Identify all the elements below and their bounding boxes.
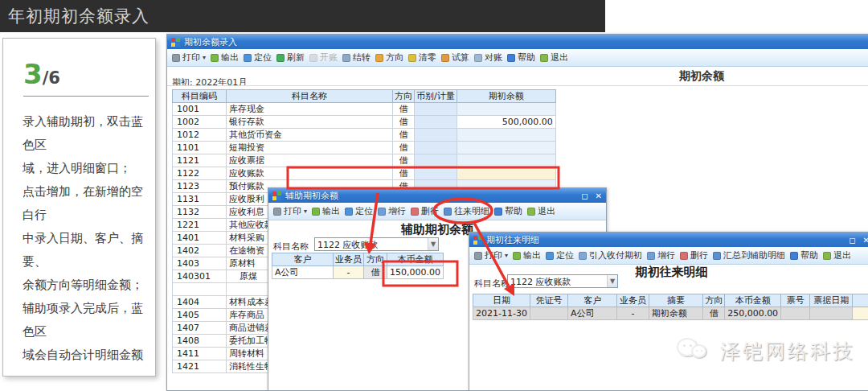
cell-currency-measure[interactable]	[415, 103, 457, 116]
toolbar-detail: 打印▾输出定位引入收付期初增行删行汇总到辅助明细帮助退出	[469, 247, 868, 265]
toolbar-label: 输出	[523, 249, 541, 261]
toolbar-label: 增行	[388, 205, 406, 217]
cell-subject-code: 1132	[173, 206, 227, 219]
toolbar-exit[interactable]: 退出	[821, 248, 854, 263]
toolbar-trial-balance[interactable]: 试算	[439, 50, 472, 65]
maximize-button[interactable]: ◻	[849, 236, 855, 245]
toolbar-label: 增行	[657, 249, 675, 261]
cell-opening-balance[interactable]	[457, 103, 555, 116]
toolbar-locate[interactable]: 定位	[543, 248, 576, 263]
cell-subject-code: 1002	[173, 116, 227, 129]
help-icon	[790, 252, 798, 260]
toolbar-label: 定位	[556, 249, 574, 261]
instructions: 录入辅助期初，双击蓝色区域，进入明细窗口；点击增加，在新增的空白行中录入日期、客…	[23, 110, 150, 367]
toolbar-reconcile[interactable]: 对账	[472, 50, 505, 65]
transaction-detail-icon	[444, 208, 452, 216]
export-icon	[211, 54, 219, 62]
table-row[interactable]: 2021-11-30A公司-期初余额借250,000.00	[473, 307, 868, 320]
table-row[interactable]: 1001库存现金借	[173, 103, 556, 116]
toolbar-delete-row[interactable]: 删行	[678, 248, 710, 263]
instruction-line: 余额方向等明细金额；	[23, 274, 150, 297]
toolbar-transaction-detail[interactable]: 往来明细	[441, 204, 492, 219]
dropdown-caret-icon: ▾	[203, 54, 206, 61]
column-header: 方向	[364, 253, 387, 266]
instruction-line: 中录入日期、客户、摘要、	[23, 227, 150, 274]
toolbar-exit[interactable]: 退出	[538, 50, 571, 65]
step-total: /6	[43, 68, 60, 88]
toolbar-carry-forward[interactable]: 结转	[340, 50, 373, 65]
toolbar-export[interactable]: 输出	[208, 50, 241, 65]
cell-subject-code: 1403	[173, 257, 227, 270]
maximize-button[interactable]: ◻	[581, 191, 588, 200]
column-header: 客户	[272, 253, 334, 266]
reconcile-icon	[474, 54, 482, 62]
titlebar-assist[interactable]: 辅助期初余额 ◻✕	[268, 188, 606, 203]
locate-icon	[244, 54, 252, 62]
cell-opening-balance[interactable]	[457, 129, 555, 142]
instruction-line: 辅助项录入完成后，蓝色区	[23, 297, 150, 344]
toolbar-add-row[interactable]: 增行	[645, 248, 678, 263]
cell-bill-no	[781, 307, 810, 320]
close-button[interactable]: ✕	[863, 236, 868, 245]
cell-opening-balance[interactable]	[457, 167, 555, 180]
cell-direction: 借	[393, 129, 415, 142]
table-row[interactable]: 1012其他货币资金借	[173, 129, 556, 142]
cell-amount[interactable]: 150,000.00	[387, 266, 444, 279]
cell-direction: 借	[393, 167, 415, 180]
cell-currency-measure[interactable]	[415, 116, 457, 129]
toolbar-delete-row[interactable]: 删行	[408, 204, 441, 219]
banner-title: 年初期初余额录入	[0, 0, 605, 32]
toolbar-import-opening[interactable]: 引入收付期初	[576, 248, 645, 263]
cell-subject-name: 应收账款	[227, 167, 393, 180]
cell-currency-measure[interactable]	[415, 154, 457, 167]
toolbar-export[interactable]: 输出	[510, 248, 543, 263]
toolbar-clear-zero[interactable]: 清零	[406, 50, 439, 65]
chevron-down-icon[interactable]: ▼	[607, 275, 617, 287]
step-current: 3	[23, 58, 43, 90]
toolbar-print[interactable]: 打印▾	[170, 50, 208, 65]
window-controls: ◻✕	[849, 236, 868, 245]
cell-currency-measure[interactable]	[415, 129, 457, 142]
table-row[interactable]: A公司-借150,000.00	[272, 266, 444, 279]
table-row[interactable]: 1122应收账款借	[173, 167, 556, 180]
toolbar-export[interactable]: 输出	[309, 204, 342, 219]
subject-select[interactable]: 1122 应收账款 ▼	[507, 274, 618, 288]
toolbar-locate[interactable]: 定位	[342, 204, 375, 219]
cell-subject-code: 1221	[173, 219, 227, 232]
toolbar-exit[interactable]: 退出	[525, 204, 558, 219]
toolbar-summarize-to-assist[interactable]: 汇总到辅助明细	[710, 248, 788, 263]
toolbar-label: 往来明细	[454, 205, 489, 217]
toolbar-refresh[interactable]: 刷新	[274, 50, 307, 65]
cell-subject-code: 1421	[173, 360, 227, 373]
toolbar-print[interactable]: 打印▾	[472, 248, 510, 263]
period-label: 期初: 2022年01月	[172, 76, 247, 88]
cell-opening-balance[interactable]	[457, 154, 555, 167]
toolbar-help[interactable]: 帮助	[492, 204, 525, 219]
cell-subject-code: 1131	[173, 193, 227, 206]
titlebar-opening-balance-entry[interactable]: 期初余额录入	[167, 35, 868, 49]
toolbar-print[interactable]: 打印▾	[271, 204, 309, 219]
table-row[interactable]: 1121应收票据借	[173, 154, 556, 167]
cell-subject-code	[173, 283, 227, 296]
detail-window-body: 期初往来明细 科目名称 1122 应收账款 ▼ 日期凭证号客户业务员摘要方向本币…	[469, 265, 868, 390]
cell-subject-code: 1123	[173, 180, 227, 193]
cell-opening-balance[interactable]: 500,000.00	[457, 116, 555, 129]
toolbar-locate[interactable]: 定位	[241, 50, 274, 65]
table-row[interactable]: 1002银行存款借500,000.00	[173, 116, 556, 129]
toolbar-help[interactable]: 帮助	[505, 50, 538, 65]
cell-opening-balance[interactable]	[457, 142, 555, 154]
cell-currency-measure[interactable]	[415, 167, 457, 180]
locate-icon	[546, 252, 554, 260]
chevron-down-icon[interactable]: ▼	[428, 238, 438, 250]
table-row[interactable]: 1101短期投资借	[173, 142, 556, 154]
subject-select[interactable]: 1122 应收账款 ▼	[314, 237, 439, 251]
toolbar-label: 退出	[538, 205, 555, 217]
titlebar-detail[interactable]: 期初往来明细 ◻✕	[469, 233, 868, 247]
cell-salesman: -	[617, 307, 649, 320]
toolbar-add-row[interactable]: 增行	[375, 204, 408, 219]
column-header: 期初余额	[457, 90, 555, 103]
toolbar-help[interactable]: 帮助	[788, 248, 821, 263]
cell-currency-measure[interactable]	[415, 142, 457, 154]
toolbar-direction[interactable]: 方向	[373, 50, 406, 65]
close-button[interactable]: ✕	[596, 191, 602, 200]
